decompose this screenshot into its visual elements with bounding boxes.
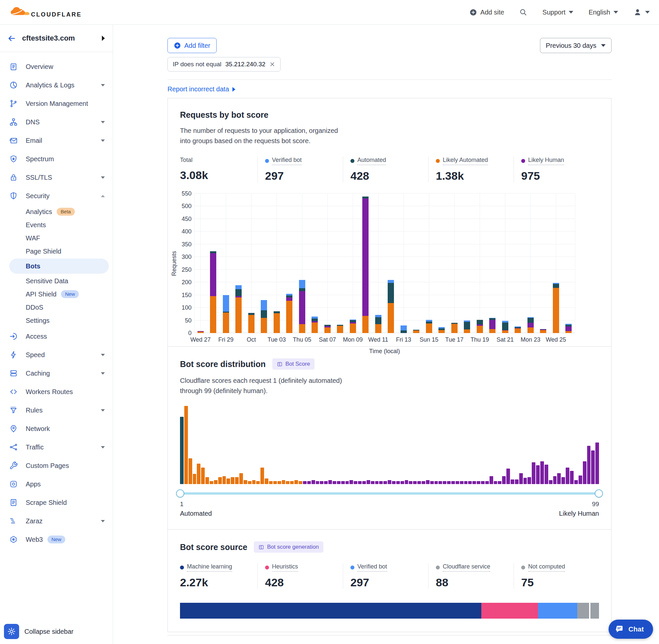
- source-segment-heuristics[interactable]: [481, 603, 538, 619]
- histogram-bar[interactable]: [197, 464, 201, 484]
- histogram-bar[interactable]: [426, 480, 429, 484]
- histogram-bar[interactable]: [290, 481, 294, 484]
- histogram-bar[interactable]: [349, 480, 353, 484]
- histogram-bar[interactable]: [193, 474, 196, 484]
- chat-button[interactable]: Chat: [609, 620, 653, 639]
- stacked-bar[interactable]: [489, 318, 495, 333]
- histogram-bar[interactable]: [472, 481, 476, 484]
- histogram-bar[interactable]: [337, 481, 340, 484]
- histogram-bar[interactable]: [430, 481, 434, 484]
- histogram-bar[interactable]: [574, 480, 578, 484]
- sidebar-item-sensitive-data[interactable]: Sensitive Data: [0, 274, 113, 288]
- histogram-bar[interactable]: [515, 480, 519, 484]
- histogram-bar[interactable]: [346, 481, 349, 484]
- histogram-bar[interactable]: [303, 481, 307, 484]
- stacked-bar[interactable]: [210, 251, 216, 333]
- stacked-bar[interactable]: [311, 317, 318, 333]
- histogram-bar[interactable]: [460, 481, 464, 484]
- sidebar-item-page-shield[interactable]: Page Shield: [0, 245, 113, 258]
- sidebar-item-apps[interactable]: Apps: [0, 475, 113, 493]
- stacked-bar[interactable]: [540, 329, 546, 333]
- histogram-bar[interactable]: [451, 481, 455, 484]
- sidebar-item-bots[interactable]: Bots: [9, 258, 109, 274]
- histogram-bar[interactable]: [362, 481, 366, 484]
- histogram-bar[interactable]: [490, 476, 493, 484]
- slider-handle-min[interactable]: [176, 489, 184, 498]
- sidebar-item-network[interactable]: Network: [0, 419, 113, 438]
- histogram-bar[interactable]: [417, 481, 421, 484]
- histogram-bar[interactable]: [409, 481, 413, 484]
- histogram-bar[interactable]: [587, 446, 591, 484]
- histogram-bar[interactable]: [252, 480, 256, 484]
- stacked-bar[interactable]: [451, 323, 457, 333]
- back-arrow-icon[interactable]: [7, 34, 16, 43]
- sidebar-item-ssl-tls[interactable]: SSL/TLS: [0, 168, 113, 187]
- account-menu[interactable]: [633, 8, 650, 17]
- stacked-bar[interactable]: [527, 317, 534, 333]
- histogram-bar[interactable]: [227, 479, 230, 484]
- histogram-bar[interactable]: [333, 481, 336, 484]
- stacked-bar[interactable]: [223, 295, 229, 333]
- histogram-bar[interactable]: [358, 481, 362, 484]
- sidebar-item-web3[interactable]: Web3New: [0, 530, 113, 549]
- sidebar-item-zaraz[interactable]: Zaraz: [0, 512, 113, 530]
- histogram-bar[interactable]: [485, 481, 489, 484]
- stacked-bar[interactable]: [426, 320, 432, 333]
- sidebar-item-analytics-logs[interactable]: Analytics & Logs: [0, 76, 113, 94]
- requests-chart-plot[interactable]: Wed 27Fri 29OctTue 03Thu 05Sat 07Mon 09W…: [194, 193, 575, 333]
- histogram-bar[interactable]: [507, 468, 510, 484]
- histogram-bar[interactable]: [422, 481, 425, 484]
- histogram-bar[interactable]: [367, 480, 370, 484]
- stacked-bar[interactable]: [274, 311, 280, 333]
- histogram-bar[interactable]: [278, 481, 281, 484]
- histogram-bar[interactable]: [557, 473, 561, 484]
- stacked-bar[interactable]: [553, 283, 559, 333]
- histogram-bar[interactable]: [540, 461, 544, 484]
- add-filter-button[interactable]: Add filter: [167, 38, 217, 53]
- collapse-sidebar-button[interactable]: Collapse sidebar: [24, 628, 73, 636]
- stacked-bar[interactable]: [464, 321, 470, 333]
- sidebar-item-ddos[interactable]: DDoS: [0, 301, 113, 314]
- histogram-bar[interactable]: [239, 473, 243, 484]
- histogram-bar[interactable]: [260, 467, 264, 484]
- histogram-bar[interactable]: [256, 481, 260, 484]
- histogram-bar[interactable]: [595, 442, 599, 484]
- histogram-bar[interactable]: [214, 480, 217, 484]
- language-menu[interactable]: English: [588, 8, 618, 16]
- stacked-bar[interactable]: [477, 320, 483, 333]
- sidebar-item-overview[interactable]: Overview: [0, 58, 113, 76]
- sidebar-item-email[interactable]: Email: [0, 131, 113, 150]
- histogram-bar[interactable]: [371, 481, 375, 484]
- histogram-bar[interactable]: [388, 480, 391, 484]
- histogram-bar[interactable]: [583, 461, 587, 484]
- histogram-bar[interactable]: [434, 481, 438, 484]
- histogram-bar[interactable]: [464, 481, 468, 484]
- histogram-bar[interactable]: [502, 476, 506, 484]
- remove-filter-icon[interactable]: [269, 61, 275, 67]
- histogram-bar[interactable]: [549, 480, 552, 484]
- source-segment-cloudflare-service[interactable]: [577, 603, 589, 619]
- histogram-bar[interactable]: [311, 480, 315, 484]
- histogram-bar[interactable]: [189, 458, 192, 484]
- sidebar-item-scrape-shield[interactable]: Scrape Shield: [0, 493, 113, 512]
- histogram-bar[interactable]: [536, 465, 540, 484]
- histogram-bar[interactable]: [383, 481, 387, 484]
- stacked-bar[interactable]: [401, 325, 407, 333]
- histogram-bar[interactable]: [273, 481, 277, 484]
- histogram-bar[interactable]: [180, 417, 184, 484]
- histogram-bar[interactable]: [396, 481, 400, 484]
- histogram-bar[interactable]: [184, 406, 188, 484]
- histogram-bar[interactable]: [324, 481, 328, 484]
- histogram-bar[interactable]: [320, 481, 323, 484]
- histogram-bar[interactable]: [379, 481, 383, 484]
- sidebar-item-security[interactable]: Security: [0, 187, 113, 205]
- bot-score-generation-badge[interactable]: Bot score generation: [254, 542, 323, 553]
- histogram-bar[interactable]: [354, 481, 357, 484]
- histogram-bar[interactable]: [545, 465, 548, 484]
- histogram-bar[interactable]: [498, 481, 501, 484]
- stacked-bar[interactable]: [375, 315, 381, 333]
- stacked-bar[interactable]: [337, 325, 343, 333]
- histogram-bar[interactable]: [527, 477, 531, 484]
- date-range-dropdown[interactable]: Previous 30 days: [540, 38, 612, 53]
- histogram-bar[interactable]: [210, 481, 213, 484]
